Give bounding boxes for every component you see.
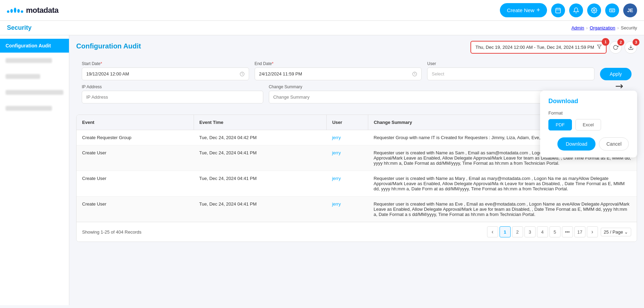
download-confirm-button[interactable]: Download — [557, 137, 596, 151]
create-new-label: Create New — [507, 7, 534, 13]
page-3-button[interactable]: 3 — [524, 226, 536, 237]
cell-change-summary: Requester user is created with Name as M… — [368, 171, 637, 197]
user-label: User — [427, 61, 594, 66]
excel-format-button[interactable]: Excel — [575, 119, 601, 130]
filter-row-1: Start Date* 19/12/2024 12:00 AM End Date… — [82, 61, 632, 80]
cancel-button[interactable]: Cancel — [599, 137, 629, 151]
breadcrumb: Admin › Organization › Security — [571, 25, 637, 30]
header-right: Create New + JE — [500, 3, 637, 17]
page-buttons: ‹ 1 2 3 4 5 ••• 17 › — [487, 226, 598, 237]
download-icon-button[interactable]: 3 — [625, 41, 637, 54]
refresh-icon-button[interactable]: 2 — [609, 41, 622, 54]
cell-event: Create User — [77, 145, 194, 171]
end-date-group: End Date* 24/12/2024 11:59 PM — [255, 61, 422, 80]
pagination: Showing 1-25 of 404 Records ‹ 1 2 3 4 5 … — [77, 222, 637, 242]
cell-event-time: Tue, Dec 24, 2024 04:41 PM — [194, 197, 326, 222]
sidebar-blurred-1 — [0, 53, 69, 69]
format-label: Format — [548, 110, 629, 116]
logo-icon — [7, 8, 23, 13]
calendar-icon-button[interactable] — [551, 3, 565, 17]
filter-icon — [597, 44, 602, 50]
col-event: Event — [77, 115, 194, 130]
sidebar-blurred-4 — [0, 100, 69, 116]
start-date-group: Start Date* 19/12/2024 12:00 AM — [82, 61, 249, 80]
plus-icon: + — [536, 7, 540, 14]
cell-user[interactable]: jerry — [326, 130, 368, 145]
cell-event: Create Requester Group — [77, 130, 194, 145]
breadcrumb-organization[interactable]: Organization — [590, 25, 615, 30]
settings-icon-button[interactable] — [587, 3, 601, 17]
ip-address-group: IP Address — [82, 84, 263, 103]
filter-badge-1: 1 — [602, 38, 609, 46]
create-new-button[interactable]: Create New + — [500, 3, 547, 17]
sidebar-item-config-audit[interactable]: Configuration Audit — [0, 39, 69, 53]
col-event-time: Event Time — [194, 115, 326, 130]
cell-change-summary: Requester user is created with Name as E… — [368, 197, 637, 222]
cell-event: Create User — [77, 171, 194, 197]
table-row: Create User Tue, Dec 24, 2024 04:41 PM j… — [77, 171, 637, 197]
date-range-text: Thu, Dec 19, 2024 12:00 AM - Tue, Dec 24… — [475, 45, 594, 50]
change-summary-label: Change Summary — [269, 84, 632, 89]
sidebar-blurred-3 — [0, 84, 69, 100]
cell-event-time: Tue, Dec 24, 2024 04:42 PM — [194, 130, 326, 145]
notification-icon-button[interactable] — [569, 3, 583, 17]
logo-text: motadata — [26, 6, 59, 15]
top-filter-bar: Thu, Dec 19, 2024 12:00 AM - Tue, Dec 24… — [470, 41, 637, 54]
breadcrumb-current: Security — [621, 25, 637, 30]
page-2-button[interactable]: 2 — [512, 226, 523, 237]
sidebar: Configuration Audit — [0, 35, 69, 305]
logo: motadata — [7, 6, 59, 15]
cell-event-time: Tue, Dec 24, 2024 04:41 PM — [194, 171, 326, 197]
ip-address-label: IP Address — [82, 84, 263, 89]
end-date-label: End Date* — [255, 61, 422, 66]
cell-user[interactable]: jerry — [326, 197, 368, 222]
user-group: User Select — [427, 61, 594, 80]
page-4-button[interactable]: 4 — [537, 226, 548, 237]
avatar[interactable]: JE — [623, 3, 637, 17]
keyboard-icon-button[interactable] — [605, 3, 619, 17]
start-date-input[interactable]: 19/12/2024 12:00 AM — [82, 67, 249, 80]
header: motadata Create New + JE — [0, 0, 644, 21]
svg-point-4 — [593, 9, 595, 11]
svg-marker-11 — [597, 45, 601, 49]
svg-rect-5 — [610, 9, 615, 12]
sidebar-blurred-2 — [0, 69, 69, 84]
svg-rect-0 — [556, 8, 561, 13]
breadcrumb-admin[interactable]: Admin — [571, 25, 584, 30]
layout: Configuration Audit Configuration Audit … — [0, 35, 644, 305]
end-date-input[interactable]: 24/12/2024 11:59 PM — [255, 67, 422, 80]
page-1-button[interactable]: 1 — [500, 226, 511, 237]
breadcrumb-sep-1: › — [586, 26, 588, 30]
download-badge-3: 3 — [633, 39, 639, 46]
pagination-controls: ‹ 1 2 3 4 5 ••• 17 › 25 / Page ⌄ — [487, 226, 631, 237]
cell-event: Create User — [77, 197, 194, 222]
page-size-selector[interactable]: 25 / Page ⌄ — [601, 228, 631, 236]
ip-address-input[interactable] — [82, 91, 263, 103]
cell-user[interactable]: jerry — [326, 171, 368, 197]
prev-page-button[interactable]: ‹ — [487, 226, 498, 237]
next-page-button[interactable]: › — [587, 226, 598, 237]
page-17-button[interactable]: 17 — [574, 226, 585, 237]
breadcrumb-bar: Security Admin › Organization › Security — [0, 21, 644, 35]
col-user: User — [326, 115, 368, 130]
format-buttons: PDF Excel — [548, 119, 629, 130]
page-ellipsis[interactable]: ••• — [562, 226, 573, 237]
popup-actions: Download Cancel — [548, 137, 629, 151]
apply-button[interactable]: Apply — [600, 68, 632, 80]
pagination-info: Showing 1-25 of 404 Records — [82, 229, 141, 235]
refresh-badge-2: 2 — [617, 39, 624, 46]
main-content: Configuration Audit Thu, Dec 19, 2024 12… — [69, 35, 644, 305]
download-popup-title: Download — [548, 98, 629, 105]
user-select[interactable]: Select — [427, 67, 594, 80]
pdf-format-button[interactable]: PDF — [548, 119, 572, 130]
download-popup: ↗ Download Format PDF Excel Download Can… — [540, 91, 637, 157]
breadcrumb-sep-2: › — [617, 26, 619, 30]
page-5-button[interactable]: 5 — [549, 226, 561, 237]
start-date-label: Start Date* — [82, 61, 249, 66]
table-row: Create User Tue, Dec 24, 2024 04:41 PM j… — [77, 197, 637, 222]
page-title: Security — [7, 24, 32, 31]
date-range-display[interactable]: Thu, Dec 19, 2024 12:00 AM - Tue, Dec 24… — [470, 41, 607, 54]
cell-event-time: Tue, Dec 24, 2024 04:41 PM — [194, 145, 326, 171]
cell-user[interactable]: jerry — [326, 145, 368, 171]
